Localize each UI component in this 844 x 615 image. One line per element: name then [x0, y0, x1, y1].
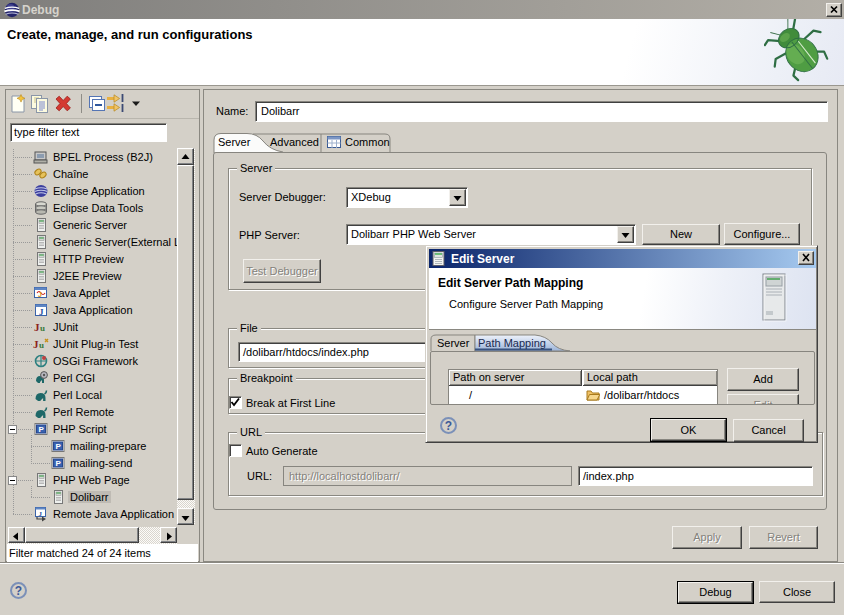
svg-text:u: u [40, 323, 45, 333]
svg-text:P: P [56, 459, 62, 468]
svg-text:J: J [39, 307, 44, 317]
svg-text:P: P [56, 442, 62, 451]
svg-text:P: P [39, 425, 45, 434]
svg-text:J: J [38, 291, 42, 298]
svg-text:J: J [39, 510, 43, 518]
svg-text:u: u [39, 340, 44, 350]
